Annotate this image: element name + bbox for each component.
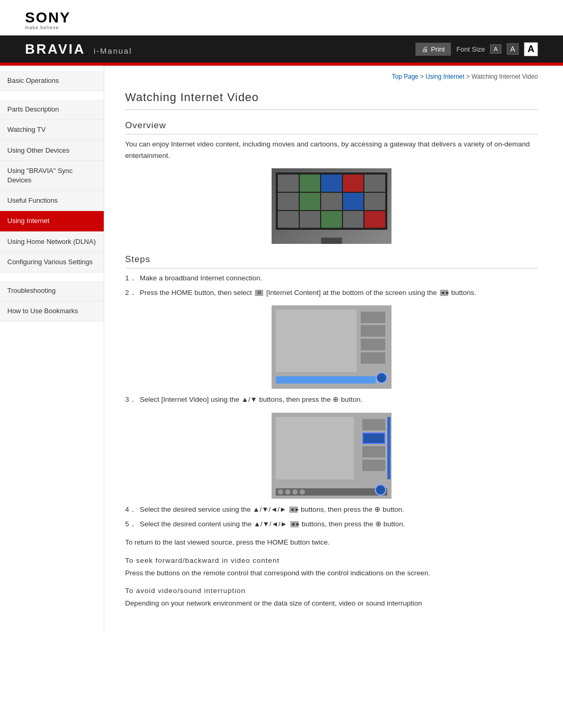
sidebar-item-basic-operations[interactable]: Basic Operations	[0, 71, 104, 91]
return-note: To return to the last viewed source, pre…	[125, 537, 538, 548]
imanual-label: i-Manual	[94, 46, 132, 55]
tv-cell-10	[364, 193, 385, 210]
tv-cell-2	[300, 175, 321, 192]
step3-globe-icon	[375, 484, 386, 496]
printer-icon: 🖨	[422, 45, 429, 53]
sidebar-spacer-1	[0, 91, 104, 100]
step3-image	[272, 413, 391, 499]
step3-sidebar-selected	[362, 433, 385, 444]
sidebar-item-using-bravia-sync[interactable]: Using "BRAVIA" Sync Devices	[0, 161, 104, 191]
sidebar-item-how-to-use-bookmarks[interactable]: How to Use Bookmarks	[0, 301, 104, 322]
top-header: SONY make.believe	[0, 0, 563, 35]
breadcrumb-sep2: >	[466, 73, 471, 80]
step3-sidebar	[360, 417, 387, 479]
tv-cell-8	[321, 193, 342, 210]
sub-text-1: Press the buttons on the remote control …	[125, 567, 538, 579]
step3-bottom-bar	[276, 488, 387, 496]
sidebar-item-configuring-various[interactable]: Configuring Various Settings	[0, 252, 104, 273]
nav-bar: BRAVIA i-Manual 🖨 Print Font Size A A A	[0, 35, 563, 63]
overview-heading: Overview	[125, 120, 538, 134]
step3-sidebar-4	[362, 460, 385, 471]
arrow-buttons-icon: ◄►	[440, 290, 448, 296]
content-area: Top Page > Using Internet > Watching Int…	[104, 66, 563, 632]
tv-cell-5	[364, 175, 385, 192]
tv-cell-7	[300, 193, 321, 210]
direction-icon-4: ◄►	[289, 507, 298, 513]
step-5: 5． Select the desired content using the …	[125, 519, 538, 530]
overview-text: You can enjoy Internet video content, in…	[125, 139, 538, 161]
step3-main-screen	[276, 417, 354, 479]
tv-cell-12	[300, 211, 321, 228]
breadcrumb: Top Page > Using Internet > Watching Int…	[125, 73, 538, 80]
breadcrumb-current: Watching Internet Video	[472, 73, 538, 80]
steps-heading: Steps	[125, 254, 538, 268]
font-large-button[interactable]: A	[524, 42, 538, 56]
sub-heading-2: To avoid video/sound interruption	[125, 587, 538, 595]
bottom-dot-3	[292, 489, 298, 495]
steps-list-3: 4． Select the desired service using the …	[125, 504, 538, 529]
print-button[interactable]: 🖨 Print	[415, 43, 451, 56]
tv-cell-6	[278, 193, 299, 210]
font-medium-button[interactable]: A	[507, 43, 519, 55]
sub-heading-1: To seek forward/backward in video conten…	[125, 557, 538, 564]
font-size-label: Font Size	[456, 45, 485, 53]
steps-list-2: 3． Select [Internet Video] using the ▲/▼…	[125, 394, 538, 405]
bottom-dot-2	[285, 489, 290, 495]
tv-cell-11	[278, 211, 299, 228]
sony-logo: SONY make.believe	[25, 9, 538, 30]
step2-arrow-bar	[276, 376, 376, 384]
tv-cell-1	[278, 175, 299, 192]
sidebar-panel-item-4	[361, 352, 385, 364]
sidebar-item-parts-description[interactable]: Parts Description	[0, 100, 104, 120]
sidebar-item-useful-functions[interactable]: Useful Functions	[0, 191, 104, 211]
tv-screen	[276, 172, 387, 230]
step3-sidebar-3	[362, 446, 385, 458]
sub-text-2: Depending on your network environment or…	[125, 598, 538, 609]
page-title: Watching Internet Video	[125, 91, 538, 110]
sidebar-panel-item-1	[361, 312, 385, 323]
tv-cell-4	[343, 175, 364, 192]
tv-cell-9	[343, 193, 364, 210]
direction-icon-5: ◄►	[290, 521, 299, 527]
sidebar-item-using-internet[interactable]: Using Internet	[0, 211, 104, 231]
tv-image	[272, 168, 391, 244]
tv-cell-15	[364, 211, 385, 228]
tv-cell-3	[321, 175, 342, 192]
step2-image	[272, 305, 391, 389]
step-2: 2． Press the HOME button, then select ⚙ …	[125, 287, 538, 299]
bottom-dot-4	[300, 489, 305, 495]
bravia-logo: BRAVIA	[25, 41, 85, 57]
step2-sidebar-panel	[359, 310, 387, 372]
steps-list: 1． Make a broadband Internet connection.…	[125, 273, 538, 298]
breadcrumb-sep1: >	[420, 73, 425, 80]
step3-sidebar-1	[362, 419, 385, 430]
step3-vertical-arrow	[387, 417, 390, 479]
tv-cell-14	[343, 211, 364, 228]
sidebar-spacer-2	[0, 273, 104, 281]
sidebar-item-using-home-network[interactable]: Using Home Network (DLNA)	[0, 232, 104, 252]
breadcrumb-top-page[interactable]: Top Page	[392, 73, 419, 80]
step2-screen	[276, 310, 357, 372]
step-1: 1． Make a broadband Internet connection.	[125, 273, 538, 284]
bottom-dot-1	[278, 489, 283, 495]
step-4: 4． Select the desired service using the …	[125, 504, 538, 515]
step2-globe-icon	[376, 372, 387, 384]
main-layout: Basic Operations Parts Description Watch…	[0, 66, 563, 632]
bravia-title: BRAVIA i-Manual	[25, 41, 132, 57]
step-3: 3． Select [Internet Video] using the ▲/▼…	[125, 394, 538, 405]
sidebar: Basic Operations Parts Description Watch…	[0, 66, 104, 632]
sidebar-panel-item-2	[361, 325, 385, 337]
sidebar-item-using-other-devices[interactable]: Using Other Devices	[0, 141, 104, 161]
sidebar-item-troubleshooting[interactable]: Troubleshooting	[0, 281, 104, 301]
sidebar-item-watching-tv[interactable]: Watching TV	[0, 120, 104, 140]
tv-stand	[321, 238, 342, 244]
breadcrumb-using-internet[interactable]: Using Internet	[425, 73, 464, 80]
sidebar-panel-item-3	[361, 339, 385, 350]
tv-cell-13	[321, 211, 342, 228]
font-small-button[interactable]: A	[490, 44, 501, 54]
internet-content-icon: ⚙	[255, 290, 263, 296]
nav-right: 🖨 Print Font Size A A A	[415, 42, 538, 56]
